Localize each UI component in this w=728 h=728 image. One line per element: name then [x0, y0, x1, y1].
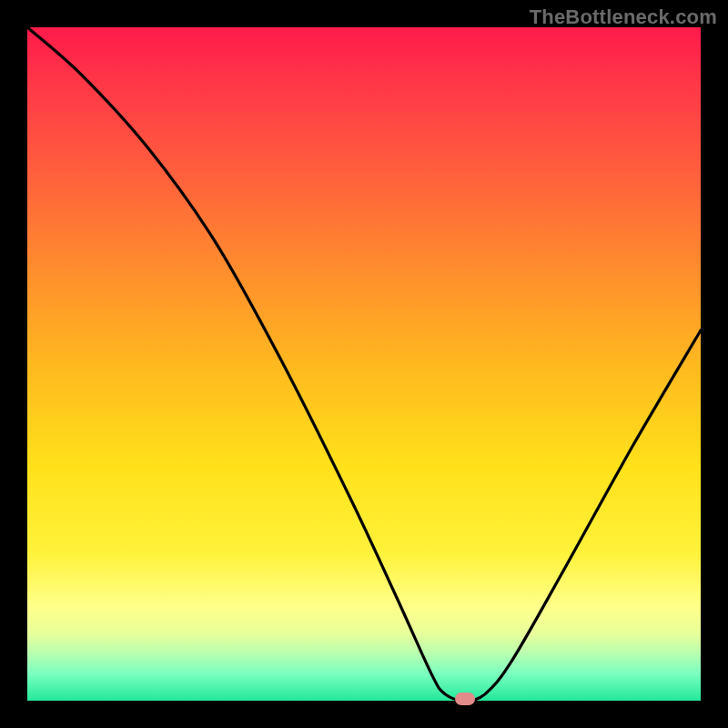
chart-container: TheBottleneck.com — [0, 0, 728, 728]
optimal-marker — [455, 693, 475, 705]
curve-path — [27, 27, 701, 701]
plot-area — [27, 27, 701, 701]
watermark-text: TheBottleneck.com — [530, 5, 717, 29]
line-chart — [27, 27, 701, 701]
